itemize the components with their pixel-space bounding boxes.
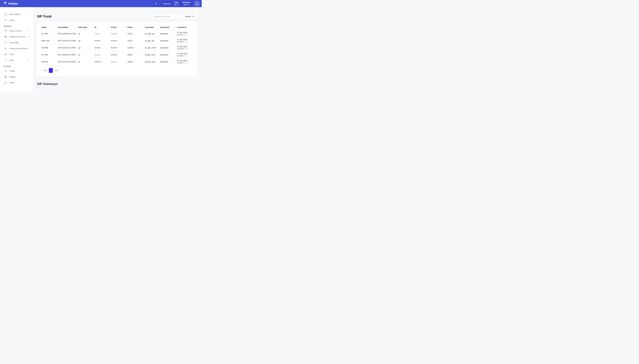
cell-name: AF PBX (42, 51, 58, 58)
voice-balance-label: Voice (174, 1, 179, 4)
app-logo[interactable]: teliqon (4, 2, 18, 6)
additional-balance: Additional $83.00 (182, 1, 190, 6)
cell-password: password (160, 51, 177, 58)
chevron-down-icon (28, 36, 30, 37)
column-label: Username (145, 26, 154, 28)
cell-username: us_pbx_sip (145, 37, 160, 44)
table-row: SA PBX SIP Trunk for SA PBX ip 8.8.8.8 1… (42, 58, 192, 65)
search-button-label: Search (185, 16, 191, 18)
cell-ip: 1.1.1.1 (95, 30, 111, 37)
search-button[interactable]: Search (182, 14, 197, 19)
sidebar-item-additional-services[interactable]: Additional services (0, 34, 33, 40)
table-row: EU PBX SIP Trunk for EU PBX ip 1.1.1.1 1… (42, 30, 192, 37)
created-date: 31 Jan 2025 (177, 32, 191, 34)
cell-auth-type: up (78, 37, 95, 44)
sidebar-item-cloud-pbx[interactable]: Cloud PBX (0, 40, 33, 46)
sort-icon (189, 26, 191, 28)
search-icon (192, 16, 194, 17)
column-header-password[interactable]: Password (160, 24, 177, 30)
cell-username: sa_pbx_user (145, 58, 160, 65)
column-header-description[interactable]: Description (58, 24, 78, 30)
cell-username: af_pbx_user (145, 51, 160, 58)
created-tz: GMT+0 (183, 62, 189, 64)
cell-created-at: 31 Jan 2025 11:04:22 GMT+0 (177, 58, 192, 65)
hide-sidebar-label: Hide sidebar (10, 13, 30, 15)
sidebar-item-label: Additional services (10, 36, 28, 38)
notifications-button[interactable] (154, 1, 159, 6)
balances-label: Balances (163, 2, 171, 5)
cell-created-at: 31 Jan 2025 11:03:35 GMT+0 (177, 51, 192, 58)
phone-icon (4, 47, 7, 50)
sidebar-item-crm[interactable]: CRM (0, 51, 33, 57)
cell-password: password (160, 44, 177, 51)
column-header-created-at[interactable]: Created At (177, 24, 192, 30)
column-label: Prefix (127, 26, 132, 28)
sidebar-item-label: CRM (10, 53, 30, 56)
created-time: 10:51:30 (177, 48, 183, 50)
pagination-next-button[interactable]: Next (53, 68, 60, 73)
cell-password: password (160, 37, 177, 44)
search-input[interactable] (152, 14, 181, 19)
column-label: Name (42, 26, 47, 28)
cell-prefix: 11222 (127, 30, 145, 37)
cell-ip: 8.8.8.8 (95, 44, 111, 51)
voice-balance-amount: $0.00 (174, 4, 179, 6)
table-header-row: NameDescriptionAuth TypeIPIP ACLPrefixUs… (42, 24, 192, 30)
pagination-prev-button[interactable]: Prev (42, 68, 49, 73)
sidebar-item-home[interactable]: Home (0, 17, 33, 23)
sidebar-item-label: Profile (10, 70, 30, 72)
column-header-prefix[interactable]: Prefix (127, 24, 145, 30)
created-tz: GMT+0 (184, 48, 189, 50)
created-time: 10:14:27 (177, 34, 183, 36)
column-header-ip-acl[interactable]: IP ACL (111, 24, 127, 30)
sidebar-section-services: SERVICES (0, 26, 33, 27)
sidebar-section-account: ACCOUNT (0, 66, 33, 67)
sort-icon (75, 26, 77, 28)
cell-ip: 8.8.8.8 (95, 37, 111, 44)
balances-panel[interactable]: Balances Voice $0.00 Additional $83.00 (161, 1, 193, 6)
cell-ip-acl: 1.1.1.1 (111, 58, 127, 65)
cell-description: SIP Trunk for EU PBX (58, 30, 78, 37)
sidebar-item-label: Home (10, 19, 30, 21)
cell-ip-acl: 8.8.8.8 (111, 44, 127, 51)
sip-trunk-table: NameDescriptionAuth TypeIPIP ACLPrefixUs… (42, 24, 192, 65)
column-label: Auth Type (78, 26, 87, 28)
logo-icon (4, 2, 7, 6)
additional-balance-label: Additional (182, 1, 190, 4)
created-date: 31 Jan 2025 (177, 60, 191, 62)
sidebar-item-billings[interactable]: Billings (0, 74, 33, 80)
column-label: Description (58, 26, 68, 28)
sort-icon (124, 26, 126, 28)
cell-ip-acl: 8.8.8.8 (111, 51, 127, 58)
cell-username: as_pbx_trunk (145, 44, 160, 51)
hide-sidebar-button[interactable]: Hide sidebar (0, 11, 33, 17)
sidebar-item-virtual-numbers[interactable]: Virtual number (DIDs) (0, 46, 33, 51)
user-avatar[interactable] (194, 1, 200, 6)
cell-prefix: 114432 (127, 44, 145, 51)
created-date: 31 Jan 2025 (177, 52, 191, 55)
cell-name: EU PBX (42, 30, 58, 37)
column-header-auth-type[interactable]: Auth Type (78, 24, 95, 30)
column-header-ip[interactable]: IP (95, 24, 111, 30)
sidebar-item-rates[interactable]: Rates (0, 80, 33, 86)
created-tz: GMT+0 (184, 41, 189, 43)
created-date: 31 Jan 2025 (177, 38, 191, 41)
column-label: Password (160, 26, 169, 28)
sidebar-item-voice-services[interactable]: Voice services (0, 28, 33, 34)
banknote-icon (4, 76, 7, 78)
table-row: PBX USA SIP Trunk for US PBX up 8.8.8.8 … (42, 37, 192, 44)
sip-gateways-title: SIP Gateways (37, 82, 197, 86)
sidebar-item-label: SMS (10, 59, 28, 61)
cell-auth-type: ip (78, 30, 95, 37)
person-icon (4, 70, 7, 72)
sidebar-item-profile[interactable]: Profile (0, 68, 33, 74)
created-date: 31 Jan 2025 (177, 46, 191, 48)
column-header-name[interactable]: Name (42, 24, 58, 30)
column-header-username[interactable]: Username (145, 24, 160, 30)
cell-ip-acl: 8.8.8.8 (111, 37, 127, 44)
sidebar-item-sms[interactable]: SMS (0, 57, 33, 63)
cell-prefix: 11123 (127, 37, 145, 44)
cell-description: SIP Trunk for US PBX (58, 37, 78, 44)
pagination-page-1[interactable]: 1 (49, 68, 53, 73)
voice-balance: Voice $0.00 (174, 1, 179, 6)
